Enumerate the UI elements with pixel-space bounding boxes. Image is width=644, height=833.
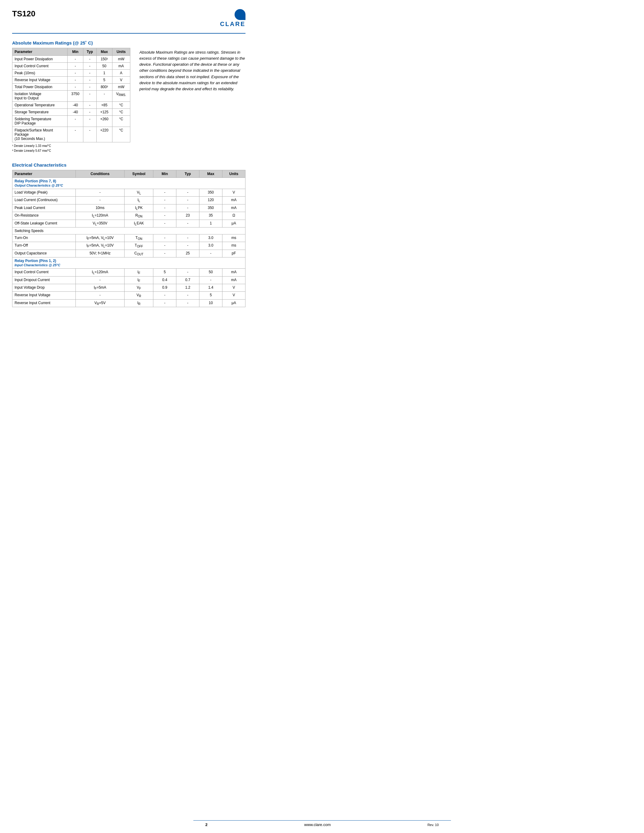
table-row: Storage Temperature -40 - +125 °C <box>13 109 130 116</box>
units-cell: °C <box>112 109 130 116</box>
symbol-cell: COUT <box>124 249 153 257</box>
min-cell: - <box>153 204 176 212</box>
min-cell: - <box>153 234 176 242</box>
typ-cell: - <box>176 299 200 307</box>
conditions-cell: - <box>76 276 124 284</box>
min-cell: - <box>68 63 83 70</box>
min-cell: - <box>153 249 176 257</box>
symbol-cell: IL <box>124 196 153 204</box>
max-cell: 10 <box>200 299 222 307</box>
param-cell: Off-State Leakage Current <box>13 220 76 227</box>
min-cell: - <box>68 84 83 90</box>
max-cell: 1 <box>97 70 112 77</box>
max-cell: +85 <box>97 102 112 109</box>
min-cell: - <box>153 220 176 227</box>
typ-cell: - <box>83 102 97 109</box>
param-cell: Load Voltage (Peak) <box>13 189 76 196</box>
units-cell: mA <box>222 196 245 204</box>
typ-cell: - <box>83 56 97 63</box>
param-cell: Turn-Off <box>13 242 76 249</box>
conditions-cell: 50V; f=1MHz <box>76 249 124 257</box>
max-cell: 350 <box>200 189 222 196</box>
elec-col-conditions: Conditions <box>76 170 124 178</box>
max-cell: 150¹ <box>97 56 112 63</box>
param-cell: Total Power Dissipation <box>13 84 68 90</box>
table-row: Input Dropout Current - IF 0.4 0.7 - mA <box>13 276 245 284</box>
typ-cell: 0.7 <box>176 276 200 284</box>
elec-col-typ: Typ <box>176 170 200 178</box>
param-cell: Reverse Input Voltage <box>13 292 76 299</box>
footnote: ² Derate Linearly 5.67 mw/°C <box>12 148 130 153</box>
absolute-max-section: Absolute Maximum Ratings (@ 25˚ C) Param… <box>12 40 245 153</box>
symbol-cell: IF <box>124 269 153 276</box>
elec-col-symbol: Symbol <box>124 170 153 178</box>
table-row: Reverse Input Current VR=5V IR - - 10 μA <box>13 299 245 307</box>
param-cell: Peak Load Current <box>13 204 76 212</box>
typ-cell: - <box>176 234 200 242</box>
conditions-cell: - <box>76 196 124 204</box>
param-cell: Peak (10ms) <box>13 70 68 77</box>
absolute-max-note: Absolute Maximum Ratings are stress rati… <box>139 40 245 153</box>
param-cell: Input Voltage Drop <box>13 284 76 291</box>
param-cell: Flatpack/Surface MountPackage(10 Seconds… <box>13 127 68 142</box>
conditions-cell: - <box>76 189 124 196</box>
elec-section-row: Relay Portion (Pins 7, 8)Output Characte… <box>13 178 245 189</box>
min-cell: - <box>68 116 83 127</box>
min-cell: - <box>153 292 176 299</box>
conditions-cell: IL=120mA <box>76 212 124 220</box>
table-row: Peak (10ms) - - 1 A <box>13 70 130 77</box>
max-cell: - <box>200 276 222 284</box>
max-cell: 800² <box>97 84 112 90</box>
max-cell: 3.0 <box>200 242 222 249</box>
table-row: Soldering TemperatureDIP Package - - +26… <box>13 116 130 127</box>
max-cell: 5 <box>200 292 222 299</box>
min-cell: - <box>68 70 83 77</box>
footnotes: ¹ Derate Linearly 1.33 mw/°C² Derate Lin… <box>12 143 130 153</box>
electrical-section: Electrical Characteristics Parameter Con… <box>12 162 245 307</box>
param-cell: Switching Speeds <box>13 227 245 234</box>
typ-cell: - <box>176 242 200 249</box>
col-parameter: Parameter <box>13 48 68 56</box>
units-cell: μA <box>222 299 245 307</box>
typ-cell: - <box>83 77 97 84</box>
min-cell: 5 <box>153 269 176 276</box>
min-cell: - <box>153 299 176 307</box>
conditions-cell: 10ms <box>76 204 124 212</box>
max-cell: +125 <box>97 109 112 116</box>
table-row: Load Voltage (Peak) - VL - - 350 V <box>13 189 245 196</box>
max-cell: - <box>97 90 112 102</box>
elec-col-min: Min <box>153 170 176 178</box>
units-cell: °C <box>112 116 130 127</box>
symbol-cell: ILEAK <box>124 220 153 227</box>
absolute-max-table: Parameter Min Typ Max Units Input Power … <box>12 48 130 142</box>
col-max: Max <box>97 48 112 56</box>
typ-cell: - <box>83 63 97 70</box>
table-row: Input Control Current - - 50 mA <box>13 63 130 70</box>
col-units: Units <box>112 48 130 56</box>
units-cell: A <box>112 70 130 77</box>
typ-cell: - <box>83 116 97 127</box>
footnote: ¹ Derate Linearly 1.33 mw/°C <box>12 143 130 148</box>
units-cell: μA <box>222 220 245 227</box>
units-cell: mA <box>112 63 130 70</box>
units-cell: mA <box>222 204 245 212</box>
param-cell: Soldering TemperatureDIP Package <box>13 116 68 127</box>
conditions-cell: IF=5mA, VL=10V <box>76 242 124 249</box>
max-cell: 3.0 <box>200 234 222 242</box>
typ-cell: - <box>176 220 200 227</box>
min-cell: - <box>153 189 176 196</box>
typ-cell: - <box>83 70 97 77</box>
param-cell: Input Power Dissipation <box>13 56 68 63</box>
units-cell: mW <box>112 84 130 90</box>
units-cell: mA <box>222 276 245 284</box>
min-cell: -40 <box>68 109 83 116</box>
table-row: Total Power Dissipation - - 800² mW <box>13 84 130 90</box>
param-cell: Reverse Input Current <box>13 299 76 307</box>
units-cell: V <box>222 292 245 299</box>
units-cell: °C <box>112 127 130 142</box>
symbol-cell: IF <box>124 276 153 284</box>
max-cell: 5 <box>97 77 112 84</box>
page-title: TS120 <box>12 9 35 18</box>
min-cell: - <box>153 242 176 249</box>
units-cell: ms <box>222 242 245 249</box>
